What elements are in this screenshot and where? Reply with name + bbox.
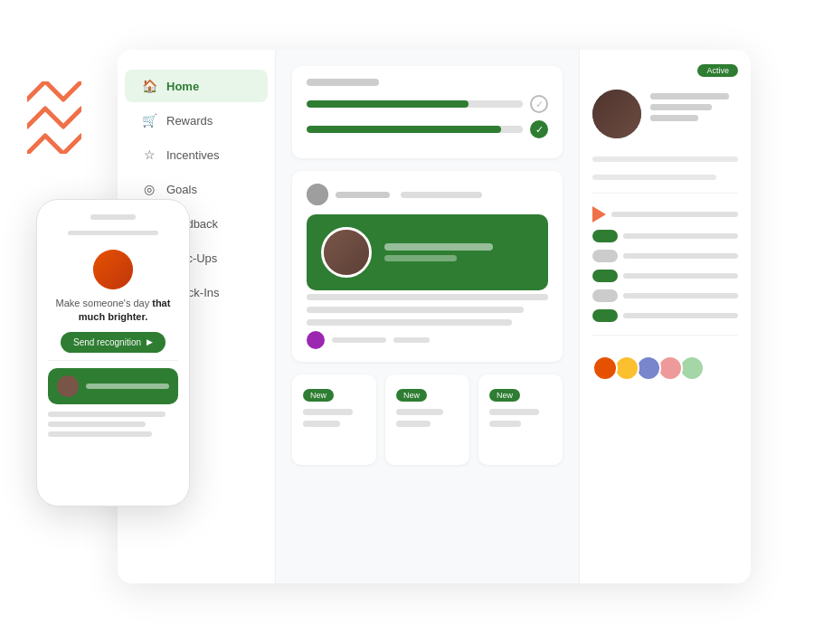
sidebar-label-rewards: Rewards (166, 114, 213, 128)
toggle-2[interactable] (592, 250, 618, 262)
phone-bottom-line-1 (48, 412, 166, 417)
phone-bottom-lines (48, 412, 178, 437)
tiny-avatar (307, 331, 325, 349)
toggle-3[interactable] (592, 270, 618, 282)
right-list-line-2 (623, 253, 738, 259)
right-list-arrow-item (592, 206, 738, 223)
phone-feed-line (86, 384, 169, 389)
phone-user-avatar (93, 250, 133, 289)
phone-cta-label: Send recognition (73, 337, 141, 347)
profile-name-line (650, 93, 729, 99)
small-card-1: New (292, 374, 376, 465)
phone-bottom-line-2 (48, 421, 146, 427)
right-list-item-2[interactable] (592, 250, 738, 262)
profile-extra-line-1 (592, 156, 738, 162)
incentives-icon: ☆ (141, 147, 157, 163)
bottom-cards-row: New New New (292, 374, 563, 465)
phone-mockup: Make someone's day that much brighter. S… (36, 199, 190, 507)
scene: 🏠 Home 🛒 Rewards ☆ Incentives ◎ Goals 💬 … (0, 0, 814, 644)
text-line-2 (307, 307, 524, 313)
stacked-avatar-1 (592, 355, 618, 381)
recognition-banner (307, 214, 548, 290)
progress-title-bar (307, 79, 379, 86)
card-tag-1: New (303, 389, 334, 402)
progress-bar-bg-1 (307, 100, 523, 108)
card-tag-2: New (396, 389, 427, 402)
right-list-line-4 (623, 293, 738, 298)
status-badge: Active (697, 64, 738, 77)
card-line-2a (396, 409, 443, 415)
card-line-1b (303, 421, 340, 427)
goals-icon: ◎ (141, 181, 157, 197)
profile-avatar (592, 90, 641, 138)
profile-lines (650, 90, 738, 121)
text-line-3 (307, 319, 512, 326)
home-icon: 🏠 (141, 78, 157, 94)
right-arrow-icon (592, 206, 606, 223)
sidebar-item-rewards[interactable]: 🛒 Rewards (125, 104, 268, 137)
right-divider-2 (592, 335, 738, 336)
avatars-row (592, 355, 738, 381)
phone-feed-item (48, 368, 178, 404)
right-panel: Active (579, 50, 751, 583)
main-content: ✓ ✓ (276, 50, 579, 583)
stacked-avatar-2 (614, 355, 639, 381)
right-list-line-3 (623, 273, 738, 279)
card-line-2b (396, 421, 431, 427)
tiny-line-2 (393, 337, 430, 343)
card-line-3b (489, 421, 521, 427)
phone-bottom-line-3 (48, 431, 152, 437)
activity-card (292, 171, 563, 362)
rewards-icon: 🛒 (141, 112, 157, 128)
check-filled-icon: ✓ (530, 120, 548, 138)
recognition-avatar (321, 227, 372, 278)
phone-top-line (68, 231, 159, 235)
sidebar-label-incentives: Incentives (166, 148, 220, 162)
progress-card: ✓ ✓ (292, 66, 563, 158)
dashboard-card: 🏠 Home 🛒 Rewards ☆ Incentives ◎ Goals 💬 … (118, 50, 751, 583)
tiny-line-1 (332, 337, 386, 343)
sidebar-label-goals: Goals (166, 183, 197, 196)
right-divider-1 (592, 193, 738, 194)
activity-avatar (307, 184, 328, 205)
stacked-avatar-4 (658, 355, 683, 381)
right-list-line-0 (611, 212, 738, 217)
phone-divider (48, 360, 178, 361)
user-row (307, 331, 548, 349)
sidebar-item-home[interactable]: 🏠 Home (125, 70, 268, 102)
card-line-1a (303, 409, 353, 415)
profile-title-line (650, 104, 712, 110)
phone-cta-button[interactable]: Send recognition ▶ (61, 332, 166, 353)
card-line-3a (489, 409, 539, 415)
toggle-1[interactable] (592, 230, 618, 242)
progress-bar-fill-1 (307, 100, 469, 108)
activity-sub-bar (401, 192, 482, 198)
toggle-4[interactable] (592, 289, 618, 302)
profile-extra-line-2 (592, 175, 716, 180)
send-icon: ▶ (147, 337, 153, 346)
progress-bar-bg-2 (307, 126, 523, 133)
rec-title-line (384, 243, 493, 251)
right-list-item-1[interactable] (592, 230, 738, 242)
recognition-text (384, 243, 493, 261)
rec-sub-line (384, 255, 457, 261)
stacked-avatar-5 (679, 355, 705, 381)
progress-row-2: ✓ (307, 120, 548, 138)
zigzag-decoration (27, 81, 81, 154)
profile-header (592, 90, 738, 142)
right-list-item-3[interactable] (592, 270, 738, 282)
right-list-item-5[interactable] (592, 309, 738, 322)
sidebar-item-incentives[interactable]: ☆ Incentives (125, 138, 268, 171)
sidebar-label-home: Home (166, 80, 199, 93)
phone-feed-avatar (57, 375, 79, 397)
right-list-item-4[interactable] (592, 289, 738, 302)
stacked-avatar-3 (636, 355, 661, 381)
phone-tagline: Make someone's day that much brighter. (48, 297, 178, 325)
activity-lines (307, 294, 548, 326)
activity-name-bar (336, 192, 390, 198)
progress-bar-fill-2 (307, 126, 501, 133)
right-list (592, 206, 738, 322)
activity-header (307, 184, 548, 205)
profile-dept-line (650, 115, 698, 121)
toggle-5[interactable] (592, 309, 618, 322)
